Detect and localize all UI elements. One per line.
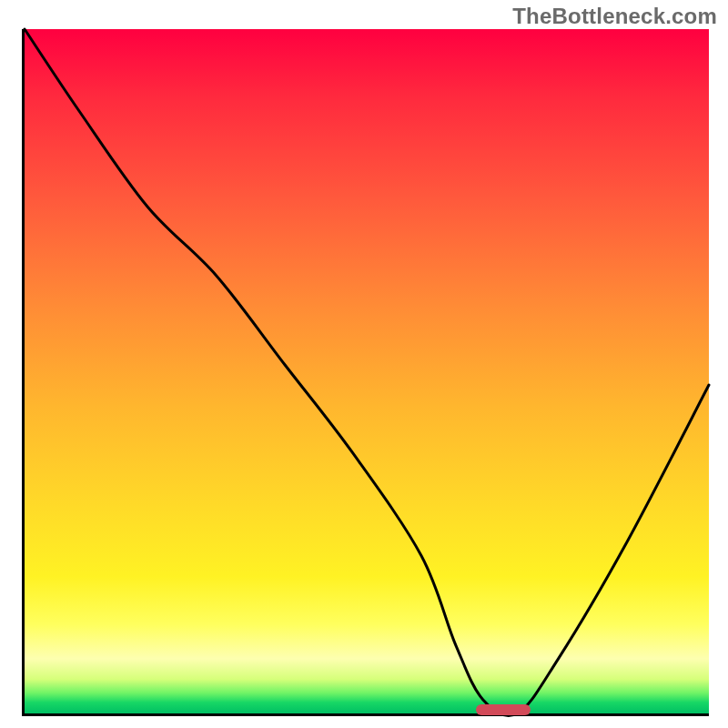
optimal-range-marker (476, 704, 531, 715)
bottleneck-curve (25, 29, 709, 713)
chart-plot-area (22, 29, 709, 716)
watermark-text: TheBottleneck.com (512, 4, 717, 29)
